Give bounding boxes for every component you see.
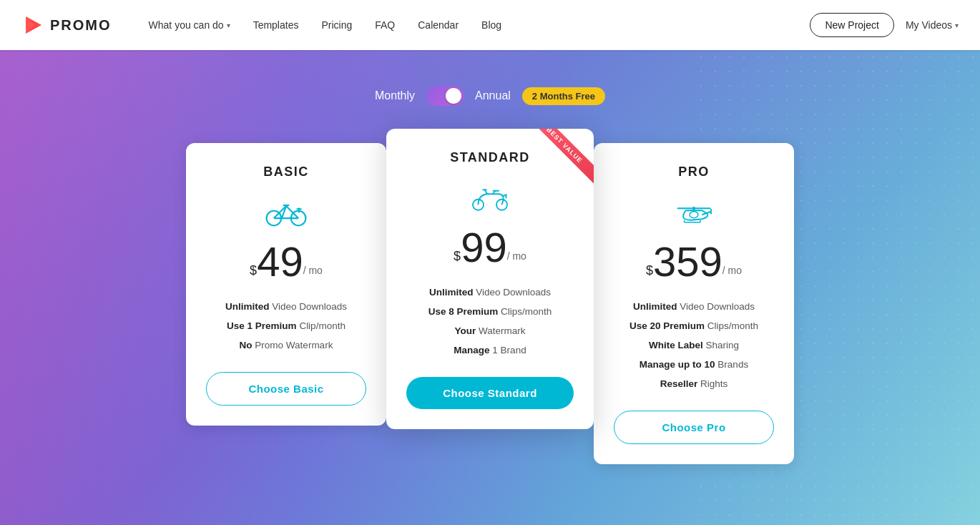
navbar: PROMO What you can do ▾ Templates Pricin… <box>0 0 980 50</box>
nav-faq[interactable]: FAQ <box>366 14 403 36</box>
bicycle-icon <box>265 196 308 228</box>
my-videos-menu[interactable]: My Videos ▾ <box>906 19 959 31</box>
hero-background: Monthly Annual 2 Months Free BASIC <box>0 50 980 525</box>
chevron-down-icon: ▾ <box>227 21 230 29</box>
billing-toggle-row: Monthly Annual 2 Months Free <box>0 86 980 106</box>
pro-plan-icon <box>614 194 774 230</box>
scooter-icon <box>469 182 511 214</box>
basic-plan-card: BASIC $ 49 <box>186 143 386 426</box>
nav-templates[interactable]: Templates <box>245 14 308 36</box>
svg-point-24 <box>690 211 698 217</box>
new-project-button[interactable]: New Project <box>810 13 893 37</box>
pro-plan-title: PRO <box>614 165 774 180</box>
svg-point-9 <box>285 204 288 207</box>
nav-pricing[interactable]: Pricing <box>313 14 361 36</box>
basic-plan-icon <box>206 194 366 230</box>
billing-toggle[interactable] <box>426 86 464 106</box>
monthly-label: Monthly <box>375 89 415 102</box>
logo[interactable]: PROMO <box>21 14 112 36</box>
pro-price: $ 359 / mo <box>614 241 774 283</box>
logo-icon <box>21 14 44 36</box>
basic-features: Unlimited Video Downloads Use 1 Premium … <box>206 297 366 355</box>
pricing-cards: BASIC $ 49 <box>0 129 980 464</box>
pro-features: Unlimited Video Downloads Use 20 Premium… <box>614 297 774 393</box>
svg-point-21 <box>692 207 696 210</box>
choose-standard-button[interactable]: Choose Standard <box>406 377 574 409</box>
nav-what-you-can-do[interactable]: What you can do ▾ <box>140 14 239 36</box>
standard-price: $ 99 / mo <box>406 227 574 268</box>
nav-calendar[interactable]: Calendar <box>409 14 467 36</box>
nav-blog[interactable]: Blog <box>473 14 510 36</box>
svg-line-5 <box>286 205 298 217</box>
basic-price: $ 49 / mo <box>206 241 366 283</box>
choose-pro-button[interactable]: Choose Pro <box>614 411 774 444</box>
my-videos-chevron-icon: ▾ <box>955 21 959 29</box>
basic-plan-title: BASIC <box>206 165 366 180</box>
standard-plan-title: STANDARD <box>406 150 574 165</box>
standard-plan-card: BEST VALUE STANDARD <box>386 129 594 429</box>
standard-features: Unlimited Video Downloads Use 8 Premium … <box>406 283 574 360</box>
pro-plan-card: PRO <box>594 143 794 464</box>
choose-basic-button[interactable]: Choose Basic <box>206 372 366 406</box>
free-months-badge: 2 Months Free <box>522 87 605 105</box>
helicopter-icon <box>672 196 715 228</box>
annual-label: Annual <box>475 89 511 102</box>
nav-links: What you can do ▾ Templates Pricing FAQ … <box>140 14 810 36</box>
logo-text: PROMO <box>50 17 112 34</box>
nav-actions: New Project My Videos ▾ <box>810 13 959 37</box>
standard-plan-icon <box>406 180 574 215</box>
toggle-knob <box>446 88 461 104</box>
